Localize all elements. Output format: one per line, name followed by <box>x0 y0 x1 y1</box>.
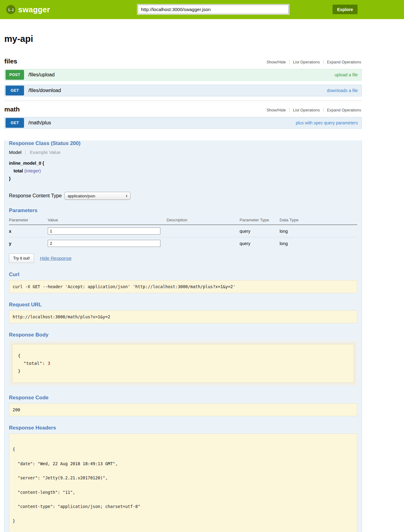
response-headers-line: "content-type": "application/json; chars… <box>13 504 354 509</box>
hide-response-link[interactable]: Hide Response <box>40 256 72 261</box>
response-content-type-select[interactable]: application/json ▲ ▼ <box>64 192 131 200</box>
param-row-y: y query long <box>9 237 357 250</box>
model-tabs: Model Example Value <box>9 150 357 155</box>
response-code-heading: Response Code <box>9 395 357 401</box>
op-path-math-plus-get[interactable]: /math/plus <box>28 120 51 126</box>
response-body-json: { "total": 3 } <box>12 344 354 383</box>
param-y-param-type: query <box>240 237 280 250</box>
main-content: my-api files Show/Hide List Operations E… <box>4 34 362 532</box>
param-name-x: x <box>9 225 48 237</box>
response-content-type-value: application/json <box>67 194 95 198</box>
response-headers-line: "date": "Wed, 22 Aug 2018 18:49:13 GMT", <box>13 461 354 466</box>
col-description: Description <box>167 216 240 225</box>
op-note-plus-query-params[interactable]: plus with spec query parameters <box>296 120 358 125</box>
param-y-data-type: long <box>280 237 357 250</box>
list-operations-link[interactable]: List Operations <box>289 108 323 112</box>
response-body-open-brace: { <box>18 352 348 360</box>
curl-heading: Curl <box>9 272 357 278</box>
op-row-get-files-download[interactable]: GET /files/download downloads a file <box>4 85 362 96</box>
tab-model[interactable]: Model <box>9 150 22 155</box>
op-path-files-upload[interactable]: /files/upload <box>28 72 55 78</box>
get-method-badge: GET <box>6 86 24 95</box>
get-method-badge: GET <box>6 118 24 128</box>
response-code-value: 200 <box>9 403 357 416</box>
response-body-block: { "total": 3 } <box>9 341 357 386</box>
col-parameter: Parameter <box>9 216 48 225</box>
response-content-type-label: Response Content Type <box>9 193 62 199</box>
header-bar: {…} swagger Explore <box>0 0 404 19</box>
param-x-data-type: long <box>280 225 357 237</box>
op-path-files-download[interactable]: /files/download <box>28 88 61 93</box>
param-name-y: y <box>9 237 48 250</box>
swagger-logo-text: swagger <box>18 5 50 14</box>
show-hide-link[interactable]: Show/Hide <box>263 108 289 112</box>
col-value: Value <box>48 216 167 225</box>
try-row: Try it out! Hide Response <box>9 253 357 263</box>
select-arrows-icon: ▲ ▼ <box>126 194 127 198</box>
get-math-plus-panel: Response Class (Status 200) Model Exampl… <box>4 140 362 532</box>
response-headers-heading: Response Headers <box>9 425 357 431</box>
math-section-header: math Show/Hide List Operations Expand Op… <box>4 106 362 113</box>
param-y-description <box>167 237 240 250</box>
response-body-heading: Response Body <box>9 332 357 338</box>
model-close-brace: } <box>9 175 357 183</box>
param-y-value-input[interactable] <box>48 240 160 247</box>
response-headers-line: "content-length": "11", <box>13 490 354 495</box>
parameters-heading: Parameters <box>9 208 357 214</box>
col-data-type: Data Type <box>280 216 357 225</box>
op-note-upload-a-file[interactable]: upload a file <box>334 72 358 77</box>
response-headers-line: { <box>13 447 354 452</box>
list-operations-link[interactable]: List Operations <box>289 60 323 64</box>
model-signature: inline_model_0 { total (integer) } <box>9 159 357 183</box>
tab-example-value[interactable]: Example Value <box>25 150 61 155</box>
expand-operations-link[interactable]: Expand Operations <box>323 108 362 112</box>
parameters-table: Parameter Value Description Parameter Ty… <box>9 216 357 249</box>
swagger-braces-icon: {…} <box>6 5 15 14</box>
op-note-downloads-a-file[interactable]: downloads a file <box>327 88 358 93</box>
param-x-value-input[interactable] <box>48 228 160 235</box>
response-headers-line: } <box>13 519 354 524</box>
explore-button[interactable]: Explore <box>333 5 358 14</box>
parameters-header-row: Parameter Value Description Parameter Ty… <box>9 216 357 225</box>
section-divider <box>4 101 362 101</box>
param-row-x: x query long <box>9 225 357 237</box>
math-section-title[interactable]: math <box>4 106 20 113</box>
files-section-title[interactable]: files <box>4 58 17 65</box>
request-url-value: http://localhost:3000/math/plus?x=1&y=2 <box>9 310 357 323</box>
curl-command: curl -X GET --header 'Accept: applicatio… <box>9 280 357 293</box>
expand-operations-link[interactable]: Expand Operations <box>323 60 362 64</box>
request-url-heading: Request URL <box>9 302 357 308</box>
response-body-total-line: "total": 3 <box>18 360 348 367</box>
response-body-close-brace: } <box>18 367 348 375</box>
model-open-brace: inline_model_0 { <box>9 159 357 167</box>
swagger-logo[interactable]: {…} swagger <box>6 0 50 19</box>
api-url-input[interactable] <box>138 5 289 14</box>
model-property-name: total <box>14 168 23 173</box>
op-row-post-files-upload[interactable]: POST /files/upload upload a file <box>4 69 362 81</box>
response-body-total-value: 3 <box>48 361 50 366</box>
response-class-heading: Response Class (Status 200) <box>9 140 357 147</box>
op-row-get-math-plus[interactable]: GET /math/plus plus with spec query para… <box>4 117 362 129</box>
param-x-param-type: query <box>240 225 280 237</box>
files-section-controls: Show/Hide List Operations Expand Operati… <box>263 60 362 65</box>
model-property: total (integer) <box>9 167 357 175</box>
response-content-type-row: Response Content Type application/json ▲… <box>9 192 357 200</box>
math-section-controls: Show/Hide List Operations Expand Operati… <box>263 108 362 113</box>
response-headers-json: { "date": "Wed, 22 Aug 2018 18:49:13 GMT… <box>9 433 357 532</box>
model-property-type: (integer) <box>24 168 41 173</box>
show-hide-link[interactable]: Show/Hide <box>263 60 289 64</box>
post-method-badge: POST <box>6 70 24 80</box>
try-it-out-button[interactable]: Try it out! <box>9 253 34 263</box>
col-parameter-type: Parameter Type <box>240 216 280 225</box>
param-x-description <box>167 225 240 237</box>
response-headers-line: "server": "Jetty(9.2.21.v20170120)", <box>13 476 354 481</box>
page-title: my-api <box>4 34 362 44</box>
files-section-header: files Show/Hide List Operations Expand O… <box>4 58 362 65</box>
